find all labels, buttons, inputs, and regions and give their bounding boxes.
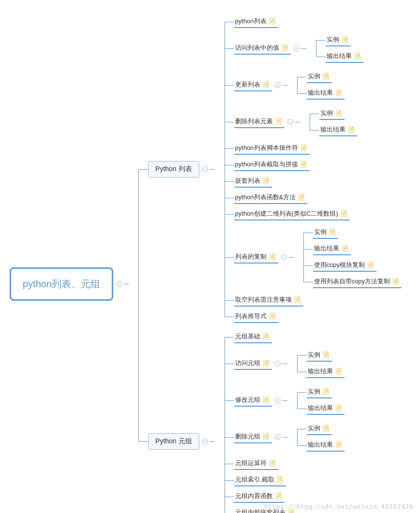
mindmap-node[interactable]: 输出结果 <box>307 87 345 100</box>
note-icon <box>336 405 342 411</box>
node-label: python列表函数&方法 <box>235 193 296 202</box>
note-icon <box>301 161 307 168</box>
node-label: 更新列表 <box>235 80 260 89</box>
mindmap-node[interactable]: 列表推导式 <box>234 310 278 323</box>
collapse-icon[interactable]: − <box>202 166 208 172</box>
node-label: 列表的复制 <box>235 252 267 261</box>
mindmap-node[interactable]: python列表函数&方法 <box>234 191 308 204</box>
node-label: 输出结果 <box>308 88 333 97</box>
mindmap-node[interactable]: 访问列表中的值 <box>234 42 291 55</box>
node-label: 删除列表元素 <box>235 117 273 126</box>
mindmap-node[interactable]: 实例 <box>307 423 332 435</box>
node-label: 实例 <box>308 387 320 396</box>
note-icon <box>276 118 282 125</box>
note-icon <box>336 110 342 117</box>
note-icon <box>330 229 335 235</box>
mindmap-node[interactable]: python创建二维列表(类似C二维数组) <box>234 208 350 220</box>
mindmap-node[interactable]: 输出结果 <box>326 50 363 63</box>
note-icon <box>299 194 304 201</box>
node-label: 输出结果 <box>314 244 339 253</box>
node-label: 实例 <box>308 424 320 433</box>
mindmap-node[interactable]: 实例 <box>319 107 345 120</box>
mindmap-node[interactable]: 元组基础 <box>234 331 272 343</box>
note-icon <box>263 81 269 88</box>
node-label: 使用copy模块复制 <box>314 261 365 269</box>
mindmap-node[interactable]: 实例 <box>326 34 351 46</box>
note-icon <box>368 262 374 268</box>
note-icon <box>276 493 282 499</box>
node-label: 实例 <box>327 35 339 44</box>
node-label: 元组索引,截取 <box>235 475 275 484</box>
node-label: 列表推导式 <box>235 312 267 321</box>
note-icon <box>342 245 348 252</box>
collapse-icon[interactable]: − <box>287 119 293 125</box>
watermark: https://blog.csdn.net/weixin_42157426 <box>264 503 413 510</box>
mindmap-node[interactable]: 取空列表需注意事项 <box>234 294 303 307</box>
mindmap-node[interactable]: 列表的复制 <box>234 251 278 264</box>
mindmap-node[interactable]: 删除元组 <box>234 431 272 443</box>
node-label: python列表 <box>235 17 267 26</box>
note-icon <box>355 53 360 59</box>
mindmap-node[interactable]: python列表脚本操作符 <box>234 142 310 155</box>
note-icon <box>263 396 269 403</box>
mindmap-node[interactable]: 访问元组 <box>234 357 272 370</box>
note-icon <box>263 333 269 340</box>
branch-node[interactable]: Python 元组 <box>148 433 199 450</box>
mindmap-node[interactable]: 使用列表自带copy方法复制 <box>313 276 402 288</box>
mindmap-node[interactable]: python列表 <box>234 15 278 28</box>
node-label: 输出结果 <box>308 367 333 376</box>
note-icon <box>270 18 275 25</box>
note-icon <box>270 253 275 260</box>
mindmap-node[interactable]: 实例 <box>307 71 332 83</box>
collapse-icon[interactable]: − <box>202 439 208 444</box>
mindmap-node[interactable]: 实例 <box>313 226 338 239</box>
note-icon <box>263 177 269 184</box>
node-label: 嵌套列表 <box>235 176 260 185</box>
mindmap-node[interactable]: 输出结果 <box>307 402 345 415</box>
note-icon <box>336 89 342 96</box>
collapse-icon[interactable]: − <box>116 281 122 287</box>
root-node[interactable]: python列表、元组 <box>10 267 113 301</box>
mindmap-node[interactable]: 使用copy模块复制 <box>313 259 376 272</box>
mindmap-node[interactable]: 输出结果 <box>313 243 351 255</box>
mindmap-node[interactable]: 元组运算符 <box>234 457 278 470</box>
mindmap-node[interactable]: 嵌套列表 <box>234 175 272 188</box>
node-label: python创建二维列表(类似C二维数组) <box>235 209 338 218</box>
mindmap-node[interactable]: 更新列表 <box>234 79 272 91</box>
branch-node[interactable]: Python 列表 <box>148 161 199 177</box>
node-label: 删除元组 <box>235 432 260 441</box>
note-icon <box>323 352 329 358</box>
collapse-icon[interactable]: − <box>275 434 281 440</box>
mindmap-node[interactable]: 输出结果 <box>307 439 345 452</box>
note-icon <box>277 476 283 483</box>
note-icon <box>263 433 269 440</box>
node-label: 实例 <box>308 72 320 81</box>
node-label: 实例 <box>308 351 320 359</box>
collapse-icon[interactable]: − <box>275 361 281 366</box>
note-icon <box>301 145 307 151</box>
node-label: 输出结果 <box>320 125 345 134</box>
mindmap-node[interactable]: 实例 <box>307 386 332 398</box>
node-label: 元组内置函数 <box>235 492 273 500</box>
collapse-icon[interactable]: − <box>275 82 281 88</box>
mindmap-node[interactable]: 输出结果 <box>307 366 345 378</box>
mindmap-node[interactable]: 删除列表元素 <box>234 116 285 128</box>
mindmap-node[interactable]: 元组索引,截取 <box>234 474 286 486</box>
note-icon <box>323 388 329 395</box>
note-icon <box>270 313 275 320</box>
node-label: 输出结果 <box>308 440 333 449</box>
note-icon <box>342 36 348 43</box>
node-label: 元组运算符 <box>235 459 267 468</box>
collapse-icon[interactable]: − <box>281 254 287 260</box>
mindmap-node[interactable]: python列表截取与拼接 <box>234 159 310 171</box>
collapse-icon[interactable]: − <box>294 45 300 51</box>
note-icon <box>263 360 269 366</box>
mindmap-node[interactable]: 实例 <box>307 349 332 362</box>
node-label: python列表截取与拼接 <box>235 160 298 169</box>
mindmap-node[interactable]: 输出结果 <box>319 124 357 136</box>
mindmap-node[interactable]: 元组内置函数 <box>234 490 285 503</box>
note-icon <box>270 460 275 467</box>
collapse-icon[interactable]: − <box>275 397 281 403</box>
node-label: 访问元组 <box>235 359 260 367</box>
mindmap-node[interactable]: 修改元组 <box>234 394 272 407</box>
